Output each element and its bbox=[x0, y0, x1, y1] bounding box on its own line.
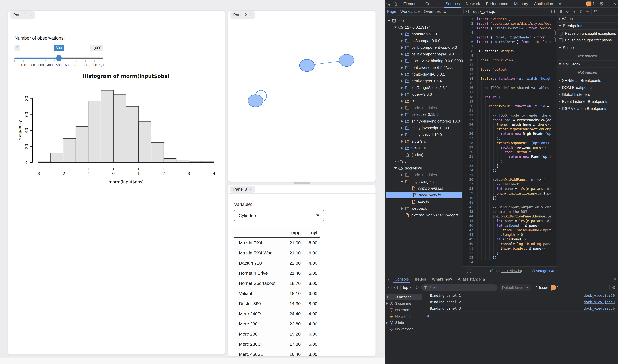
checkbox[interactable] bbox=[559, 32, 563, 36]
more-tabs-button[interactable]: » bbox=[556, 0, 565, 8]
section-dom-breakpoints[interactable]: DOM Breakpoints bbox=[557, 84, 618, 91]
nav-tab-overrides[interactable]: Overrides bbox=[422, 8, 443, 15]
panel-3-close-icon[interactable]: × bbox=[249, 187, 252, 192]
toggle-debugger-sidebar-button[interactable] bbox=[550, 8, 557, 15]
tab-application[interactable]: Application bbox=[531, 0, 556, 8]
tab-elements[interactable]: Elements bbox=[400, 0, 422, 8]
drawer-tab-what-s-new[interactable]: What's new bbox=[429, 275, 455, 283]
section-event-listener-breakpoints[interactable]: Event Listener Breakpoints bbox=[557, 98, 618, 105]
section-csp-violation-breakpoints[interactable]: CSP Violation Breakpoints bbox=[557, 105, 618, 112]
show-console-sidebar-button[interactable] bbox=[386, 284, 393, 291]
tree-item[interactable]: top bbox=[385, 17, 463, 24]
tree-item[interactable]: bslib-component-css-0.9.0 bbox=[385, 44, 463, 51]
section-xhr-fetch-breakpoints[interactable]: XHR/fetch Breakpoints bbox=[557, 77, 618, 84]
tree-item[interactable]: htmlwidgets-1.6.4 bbox=[385, 78, 463, 84]
tree-item[interactable]: bs3compat-0.9.0 bbox=[385, 38, 463, 44]
console-filter-info[interactable]: 3 info bbox=[385, 319, 423, 326]
tree-expander[interactable] bbox=[399, 93, 405, 96]
tree-item[interactable]: node_modules bbox=[385, 104, 463, 111]
tree-item[interactable]: dock_view-binding-0.0.0.9000 bbox=[385, 58, 463, 64]
drawer-kebab-icon[interactable]: ⋮ bbox=[385, 276, 392, 283]
close-devtools-icon[interactable]: × bbox=[611, 0, 618, 7]
device-toolbar-button[interactable] bbox=[392, 0, 398, 7]
tree-item[interactable]: 127.0.0.1:3174 bbox=[385, 24, 463, 31]
tree-expander[interactable] bbox=[393, 160, 398, 163]
tree-item[interactable]: bootstrap-5.3.1 bbox=[385, 31, 463, 38]
nav-tab-page[interactable]: Page bbox=[385, 8, 398, 15]
checkbox-row[interactable]: Pause on caught exceptions bbox=[557, 37, 618, 43]
log-levels-dropdown[interactable]: Default levels bbox=[500, 284, 531, 291]
tree-expander[interactable] bbox=[399, 107, 405, 109]
file-tab-dock-view-js[interactable]: dock_view.js× bbox=[470, 8, 502, 15]
tree-item[interactable]: dockviewr bbox=[385, 165, 463, 171]
tree-item[interactable]: jquery-3.6.0 bbox=[385, 91, 463, 98]
kebab-menu-icon[interactable]: ⋮ bbox=[605, 0, 611, 7]
step-over-button[interactable] bbox=[564, 8, 571, 15]
console-filter-error[interactable]: No errors bbox=[385, 307, 423, 313]
tree-expander[interactable] bbox=[399, 113, 405, 116]
section-breakpoints[interactable]: Breakpoints bbox=[557, 23, 618, 29]
tree-expander[interactable] bbox=[399, 133, 405, 136]
tree-expander[interactable] bbox=[386, 20, 392, 22]
nav-tab-workspace[interactable]: Workspace bbox=[398, 8, 422, 15]
message-source-link[interactable]: dock_view.js:50 bbox=[584, 300, 615, 304]
panel-1-tab[interactable]: Panel 1 × bbox=[10, 11, 35, 19]
tree-item[interactable]: font-awesome-6.5.2/css bbox=[385, 64, 463, 71]
step-button[interactable] bbox=[584, 8, 591, 15]
live-expression-button[interactable] bbox=[413, 284, 420, 291]
tab-memory[interactable]: Memory bbox=[511, 0, 531, 8]
console-filter-warning[interactable]: No warnin… bbox=[385, 313, 423, 319]
tree-expander[interactable] bbox=[393, 167, 398, 169]
panel-3-tab[interactable]: Panel 3 × bbox=[230, 186, 255, 193]
tab-performance[interactable]: Performance bbox=[483, 0, 511, 8]
observations-slider[interactable]: 0 500 1,000 0100200300400500600700800900… bbox=[14, 43, 103, 65]
pause-script-button[interactable] bbox=[558, 8, 564, 15]
console-filter-user[interactable]: 3 user me… bbox=[385, 300, 423, 307]
panel-resize-handle[interactable] bbox=[294, 182, 310, 184]
message-source-link[interactable]: dock_view.js:50 bbox=[584, 294, 615, 297]
network-node[interactable] bbox=[300, 59, 314, 72]
step-into-button[interactable] bbox=[571, 8, 578, 15]
tree-item[interactable]: ionRangeSlider-2.3.1 bbox=[385, 84, 463, 91]
section-scope[interactable]: Scope bbox=[557, 44, 618, 52]
checkbox[interactable] bbox=[559, 38, 563, 42]
tree-item[interactable]: srcts/src bbox=[385, 138, 463, 145]
tree-expander[interactable] bbox=[399, 80, 405, 82]
variable-select[interactable]: Cylinders bbox=[234, 210, 324, 221]
panel-2-close-icon[interactable]: × bbox=[249, 13, 252, 17]
tree-expander[interactable] bbox=[393, 26, 398, 28]
tree-expander[interactable] bbox=[399, 66, 405, 69]
code-editor[interactable]: 1234567891011121314151617181920212223242… bbox=[463, 15, 557, 266]
step-out-button[interactable] bbox=[578, 8, 584, 15]
tree-item[interactable]: bslib-component-js-0.9.0 bbox=[385, 51, 463, 58]
drawer-tab-ai-assistance[interactable]: AI assistance bbox=[455, 275, 489, 283]
drawer-tab-issues[interactable]: Issues bbox=[412, 275, 429, 283]
panel-1-close-icon[interactable]: × bbox=[29, 13, 32, 17]
tree-item[interactable]: shiny-javascript-1.10.0 bbox=[385, 125, 463, 131]
console-filter-input[interactable]: Filter bbox=[421, 284, 498, 291]
tree-expander[interactable] bbox=[399, 53, 405, 56]
tree-item[interactable]: utils.js bbox=[385, 198, 463, 205]
tree-expander[interactable] bbox=[399, 46, 405, 49]
network-graph[interactable] bbox=[228, 20, 376, 182]
tree-item[interactable]: shiny-sass-1.10.0 bbox=[385, 131, 463, 138]
tree-expander[interactable] bbox=[399, 174, 405, 176]
tree-expander[interactable] bbox=[399, 147, 405, 150]
console-prompt[interactable]: > bbox=[423, 312, 618, 318]
from-file-link[interactable]: dock_view.js bbox=[501, 269, 521, 273]
network-node[interactable] bbox=[339, 54, 354, 66]
tree-item[interactable]: dock_view.js bbox=[386, 192, 462, 198]
console-issues-badge[interactable]: 1 Issue:!1 bbox=[536, 285, 559, 290]
tree-item[interactable]: htmltools-fill-0.5.8.1 bbox=[385, 71, 463, 78]
tree-item[interactable]: (index) bbox=[385, 151, 463, 158]
tree-item[interactable]: webpack bbox=[385, 205, 463, 212]
console-filter-verbose[interactable]: No verbose bbox=[385, 326, 423, 332]
format-braces-icon[interactable]: { } bbox=[466, 269, 472, 273]
tree-item[interactable]: vis-9.1.0 bbox=[385, 145, 463, 151]
clear-console-button[interactable] bbox=[393, 284, 399, 291]
hide-navigator-button[interactable] bbox=[464, 8, 470, 15]
file-tab-close-icon[interactable]: × bbox=[497, 9, 499, 14]
console-filter-list[interactable]: 3 messag… bbox=[386, 294, 422, 300]
message-source-link[interactable]: dock_view.js:50 bbox=[584, 307, 615, 310]
coverage-link[interactable]: Coverage: n/a bbox=[532, 269, 554, 273]
